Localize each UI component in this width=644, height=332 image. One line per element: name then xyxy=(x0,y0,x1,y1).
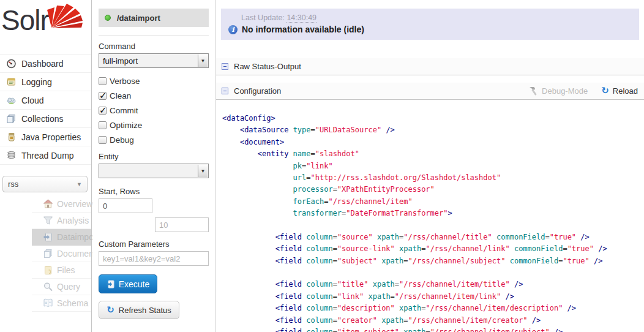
main-menu: DashboardLoggingCloudCollectionsJava Pro… xyxy=(0,54,91,165)
core-item-analysis[interactable]: Analysis xyxy=(32,213,91,229)
code-line: <field column="item-subject" xpath="/rss… xyxy=(222,326,644,332)
commit-checkbox[interactable]: Commit xyxy=(99,103,209,118)
cloud-icon xyxy=(6,96,17,105)
solr-logo-text: Solr xyxy=(1,4,49,37)
sidebar-item-label: Collections xyxy=(21,114,63,124)
debug-mode-button[interactable]: Debug-Mode xyxy=(528,86,588,96)
code-line: pk="link" xyxy=(222,160,644,172)
info-icon: i xyxy=(228,25,238,34)
execute-button[interactable]: Execute xyxy=(99,274,157,293)
sidebar-item-collections[interactable]: Collections xyxy=(0,110,91,128)
core-item-label: Analysis xyxy=(57,216,89,225)
sidebar-item-label: Dashboard xyxy=(21,59,64,69)
core-selector[interactable]: rss ▼ xyxy=(2,176,88,192)
import-document-icon xyxy=(107,280,114,289)
last-update-label: Last Update: xyxy=(241,13,285,22)
sidebar-item-java-properties[interactable]: Java Properties xyxy=(0,128,91,146)
code-line: url="http://rss.slashdot.org/Slashdot/sl… xyxy=(222,172,644,184)
checkbox-icon xyxy=(99,121,107,129)
schema-icon xyxy=(43,298,53,308)
sidebar-item-label: Java Properties xyxy=(21,132,81,142)
core-menu: OverviewAnalysisDataimportDocumentsFiles… xyxy=(0,196,91,312)
custom-parameters-label: Custom Parameters xyxy=(99,240,209,249)
code-line: <field column="creator" xpath="/rss/chan… xyxy=(222,315,644,326)
verbose-checkbox[interactable]: Verbose xyxy=(99,74,209,88)
solr-sunburst-icon xyxy=(47,1,84,29)
clean-checkbox[interactable]: Clean xyxy=(99,88,209,103)
reload-button[interactable]: ↻ Reload xyxy=(601,86,638,96)
optimize-checkbox[interactable]: Optimize xyxy=(99,118,209,132)
main-content: Last Update: 14:30:49 i No information a… xyxy=(216,0,644,332)
debug-mode-label: Debug-Mode xyxy=(542,86,588,96)
handler-header[interactable]: /dataimport xyxy=(99,9,209,27)
core-item-label: Files xyxy=(57,265,75,275)
sidebar-item-label: Logging xyxy=(21,77,52,87)
command-label: Command xyxy=(99,42,209,51)
dataimport-icon xyxy=(43,232,53,242)
execute-label: Execute xyxy=(119,279,150,289)
configuration-section-header[interactable]: Configuration Debug-Mode ↻ Reload xyxy=(216,83,644,100)
refresh-status-button[interactable]: ↻ Refresh Status xyxy=(99,301,179,319)
sidebar-item-thread-dump[interactable]: Thread Dump xyxy=(0,146,91,165)
checkbox-label: Debug xyxy=(110,135,134,145)
solr-logo[interactable]: Solr xyxy=(0,0,91,54)
collections-icon xyxy=(6,114,17,124)
start-rows-label: Start, Rows xyxy=(99,187,209,196)
code-line: <dataSource type="URLDataSource" /> xyxy=(222,124,644,136)
code-line: forEach="/rss/channel/item" xyxy=(222,196,644,208)
dataconfig-code: <dataConfig> <dataSource type="URLDataSo… xyxy=(222,113,644,332)
rows-input[interactable] xyxy=(155,217,209,232)
raw-status-section-header[interactable]: Raw Status-Output xyxy=(216,58,644,75)
handler-name: /dataimport xyxy=(117,13,160,23)
reload-icon: ↻ xyxy=(601,86,609,96)
checkbox-icon xyxy=(99,77,107,85)
code-line: <entity name="slashdot" xyxy=(222,148,644,160)
checkbox-label: Verbose xyxy=(110,77,140,86)
command-options: VerboseCleanCommitOptimizeDebug xyxy=(99,74,209,147)
code-line: <field column="subject" xpath="/rss/chan… xyxy=(222,255,644,267)
chevron-down-icon: ▼ xyxy=(198,55,208,67)
collapse-icon[interactable] xyxy=(222,88,228,94)
sidebar-item-label: Cloud xyxy=(21,96,44,105)
overview-icon xyxy=(43,199,53,209)
last-update: Last Update: 14:30:49 xyxy=(241,13,632,22)
sidebar-item-dashboard[interactable]: Dashboard xyxy=(0,55,91,73)
dashboard-icon xyxy=(6,59,17,69)
java-properties-icon xyxy=(6,132,17,142)
chevron-down-icon: ▼ xyxy=(198,165,208,177)
debug-checkbox[interactable]: Debug xyxy=(99,132,209,147)
sidebar-item-logging[interactable]: Logging xyxy=(0,73,91,91)
checkbox-label: Optimize xyxy=(110,121,142,130)
code-line: <field column="title" xpath="/rss/channe… xyxy=(222,279,644,290)
core-item-label: Query xyxy=(57,282,80,292)
core-item-dataimport[interactable]: Dataimport xyxy=(32,229,91,246)
divider xyxy=(99,35,209,36)
core-item-query[interactable]: Query xyxy=(32,279,91,295)
chevron-down-icon: ▼ xyxy=(77,181,82,187)
code-line: <document> xyxy=(222,137,644,148)
core-item-schema[interactable]: Schema xyxy=(32,295,91,312)
core-item-documents[interactable]: Documents xyxy=(32,246,91,262)
status-message: No information available (idle) xyxy=(242,25,364,34)
collapse-icon[interactable] xyxy=(222,63,228,70)
sidebar: Solr DashboardLoggingCloudCollectionsJav… xyxy=(0,0,92,332)
raw-status-title: Raw Status-Output xyxy=(234,62,301,71)
hammer-icon xyxy=(528,86,538,96)
thread-dump-icon xyxy=(6,151,17,160)
custom-parameters-input[interactable] xyxy=(99,251,209,266)
start-input[interactable] xyxy=(99,198,152,213)
checkbox-icon xyxy=(99,92,107,100)
core-item-overview[interactable]: Overview xyxy=(32,196,91,213)
code-line xyxy=(222,220,644,232)
core-item-label: Overview xyxy=(57,199,92,209)
logging-icon xyxy=(6,77,17,87)
checkbox-label: Commit xyxy=(110,106,138,115)
entity-label: Entity xyxy=(99,152,209,161)
core-item-files[interactable]: Files xyxy=(32,262,91,279)
checkbox-label: Clean xyxy=(110,91,131,100)
command-select[interactable]: full-import ▼ xyxy=(99,53,209,68)
entity-select[interactable]: ▼ xyxy=(99,164,209,178)
command-select-value: full-import xyxy=(99,56,138,66)
query-icon xyxy=(43,282,53,292)
sidebar-item-cloud[interactable]: Cloud xyxy=(0,91,91,110)
